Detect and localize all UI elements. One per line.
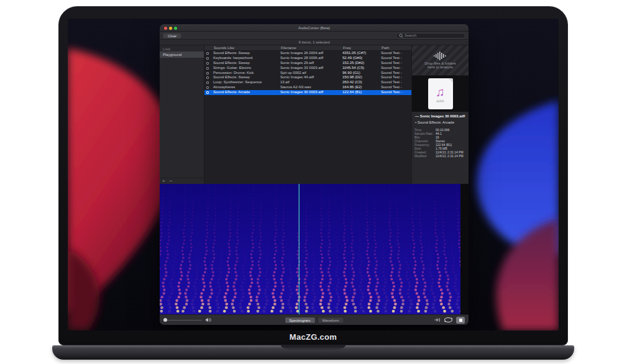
cell-freq: 52.49 (G#0) (342, 56, 381, 61)
selected-file-title: — Sonic Images 30 0003.aiff (412, 112, 469, 119)
table-body: Sound Effects: SweepSonic Images 26 0004… (204, 51, 411, 184)
tab-spectrogram[interactable]: Spectrogram (284, 317, 315, 324)
stop-square-icon (459, 319, 462, 322)
file-type-label: AIFF (436, 99, 444, 103)
add-list-button[interactable]: + (162, 178, 165, 184)
cell-sounds_like: Sound Effects: Sweep (209, 61, 280, 66)
playback-controls: Spectrogram Waveform (160, 314, 469, 325)
table-row[interactable]: Sound Effects: SweepSonic Images 29.aiff… (204, 61, 411, 66)
cell-freq: 260.42 (C3) (342, 80, 381, 85)
cell-path: Sound Test - (381, 90, 411, 95)
cell-filename: Sonic Images 28 0006.aiff (280, 56, 342, 61)
table-row[interactable]: Loop: Synthesizer: Sequence13.aif260.42 … (204, 80, 411, 85)
skip-to-end-icon[interactable] (434, 317, 441, 322)
cell-sounds_like: Loop: Synthesizer: Sequence (209, 80, 280, 85)
playback-slider[interactable] (163, 317, 202, 322)
cell-path: Sound Test - (381, 85, 411, 90)
dropzone-text: Drop files & folders here to analyze (424, 61, 456, 70)
cell-freq: 152.25 (D#2) (342, 61, 381, 66)
cell-filename: Sonic Images 26 0004.aiff (280, 51, 342, 56)
search-field[interactable]: Search (396, 33, 465, 39)
desktop-screen: AudioCortex (Beta) Clear Search 9 items (68, 19, 559, 330)
metadata-value: 11/4/13, 2:31:14 PM (436, 154, 466, 158)
cell-freq: 96.90 (G1) (342, 71, 381, 76)
results-table: Sounds LikeFilenameFreqPath Sound Effect… (204, 45, 411, 184)
cell-path: Sound Test - (381, 71, 411, 76)
macbook-mockup: AudioCortex (Beta) Clear Search 9 items (52, 6, 574, 360)
waveform-icon (434, 52, 447, 60)
cell-path: Sound Test - (381, 51, 411, 56)
cell-filename: Sonic Images 33 0003.aiff (280, 66, 342, 71)
watermark: MacZG.com (59, 332, 567, 344)
cell-freq: 122.64 (B1) (342, 90, 381, 95)
metadata-list: Time:00:10.066Sample Rate:44.1Bits:16Cha… (412, 125, 469, 160)
cell-path: Sound Test - (381, 61, 411, 66)
cell-freq: 4351.05 (C#7) (342, 51, 381, 56)
laptop-screen-bezel: AudioCortex (Beta) Clear Search 9 items (58, 6, 568, 345)
table-row[interactable]: Percussion: Drums: KickSpit up 0002.aif9… (204, 71, 411, 76)
volume-icon (206, 317, 212, 322)
cell-filename: Sonic Images 30 0003.aiff (280, 90, 342, 95)
spectrogram-view[interactable] (160, 184, 469, 314)
toolbar: Clear Search (160, 32, 469, 40)
search-icon (399, 34, 403, 38)
column-header-path[interactable]: Path (382, 46, 411, 50)
table-row[interactable]: Sound Effects: ArcadeSonic Images 30 000… (204, 90, 411, 95)
sidebar-header: Lists (160, 45, 204, 52)
search-placeholder: Search (405, 33, 416, 39)
laptop-base (52, 345, 574, 360)
cell-freq: 164.86 (E2) (342, 85, 381, 90)
selected-file-category: • Sound Effects: Arcade (412, 119, 469, 125)
cell-filename: Sonic Images 44.aiff (280, 75, 342, 80)
cell-sounds_like: Strings: Guitar: Electric (209, 66, 280, 71)
cell-filename: Sonic Images 29.aiff (280, 61, 342, 66)
loop-icon[interactable] (444, 317, 453, 323)
cell-path: Sound Test - (381, 80, 411, 85)
window-titlebar[interactable]: AudioCortex (Beta) (160, 24, 469, 32)
column-header-freq[interactable]: Freq (343, 46, 382, 50)
table-row[interactable]: AtmospheresSaurus A2-N3.wav164.86 (E2)So… (204, 85, 411, 90)
table-row[interactable]: Sound Effects: SweepSonic Images 44.aiff… (204, 75, 411, 80)
column-header-filename[interactable]: Filename (281, 46, 343, 50)
cell-sounds_like: Sound Effects: Sweep (209, 75, 280, 80)
sidebar: Lists Playground + − (160, 45, 204, 184)
cell-freq: 1045.54 (C5) (342, 66, 381, 71)
cell-path: Sound Test - (381, 56, 411, 61)
inspector-panel: Drop files & folders here to analyze ♫ A… (411, 45, 469, 184)
cell-sounds_like: Atmospheres (209, 85, 280, 90)
cell-sounds_like: Sound Effects: Sweep (209, 51, 280, 56)
slider-knob[interactable] (163, 318, 167, 322)
dropzone[interactable]: Drop files & folders here to analyze (412, 45, 469, 76)
transport-controls (434, 317, 465, 324)
cell-filename: Saurus A2-N3.wav (280, 85, 342, 90)
metadata-row: Modified:11/4/13, 2:31:14 PM (414, 154, 466, 158)
table-row[interactable]: Sound Effects: SweepSonic Images 26 0004… (204, 51, 411, 56)
audiocortex-window: AudioCortex (Beta) Clear Search 9 items (160, 24, 469, 325)
window-content: Lists Playground + − Sounds LikeFilename… (160, 45, 469, 184)
sidebar-item-playground[interactable]: Playground (160, 52, 204, 58)
status-bar: 9 items, 1 selected (160, 40, 469, 45)
remove-list-button[interactable]: − (170, 178, 173, 184)
cell-filename: 13.aif (280, 80, 342, 85)
stop-button[interactable] (456, 317, 465, 324)
file-preview-area: ♫ AIFF (412, 76, 469, 112)
column-header-sounds-like[interactable]: Sounds Like (204, 46, 281, 50)
cell-path: Sound Test - (381, 66, 411, 71)
laptop-base-notch (281, 345, 346, 351)
cell-sounds_like: Keyboards: harpsichord (209, 56, 280, 61)
table-row[interactable]: Keyboards: harpsichordSonic Images 28 00… (204, 56, 411, 61)
cell-sounds_like: Sound Effects: Arcade (209, 90, 280, 95)
window-title: AudioCortex (Beta) (160, 24, 469, 32)
page: AudioCortex (Beta) Clear Search 9 items (0, 0, 627, 364)
table-header: Sounds LikeFilenameFreqPath (204, 45, 411, 51)
volume-control[interactable] (206, 317, 212, 322)
cell-filename: Spit up 0002.aif (280, 71, 342, 76)
cell-sounds_like: Percussion: Drums: Kick (209, 71, 280, 76)
spectrogram-canvas[interactable] (160, 184, 460, 314)
aiff-file-icon: ♫ AIFF (428, 78, 453, 109)
cell-path: Sound Test - (381, 75, 411, 80)
table-row[interactable]: Strings: Guitar: ElectricSonic Images 33… (204, 66, 411, 71)
clear-button[interactable]: Clear (163, 33, 181, 39)
cell-freq: 150.98 (D2) (342, 75, 381, 80)
tab-waveform[interactable]: Waveform (318, 317, 344, 324)
